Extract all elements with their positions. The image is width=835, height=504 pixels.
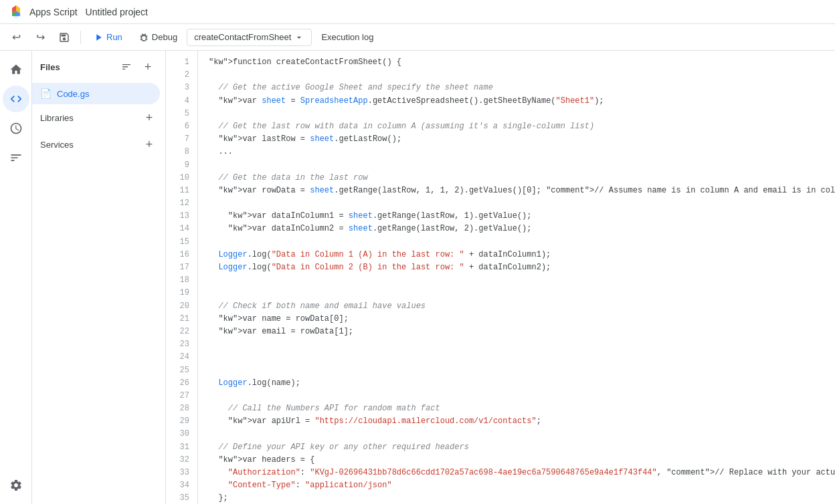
add-service-button[interactable]: + (141, 136, 157, 152)
code-line: "Authorization": "KVgJ-02696431bb78d6c66… (209, 467, 835, 479)
main-layout: Files + 📄 Code.gs Libraries + Services +… (0, 51, 835, 504)
line-number: 10 (166, 172, 197, 184)
run-icon (93, 32, 104, 43)
run-button[interactable]: Run (86, 29, 129, 45)
line-number: 14 (166, 223, 197, 235)
line-number: 27 (166, 390, 197, 402)
code-line: ... (209, 146, 835, 158)
redo-button[interactable]: ↪ (29, 27, 51, 48)
app-title: Apps Script (29, 7, 78, 17)
logo-icon (8, 4, 24, 20)
code-line: // Get the last row with data in column … (209, 120, 835, 133)
line-number: 25 (166, 364, 197, 377)
code-line: "kw">var apiUrl = "https://cloudapi.mail… (209, 415, 835, 428)
sort-files-button[interactable] (117, 57, 136, 76)
add-file-button[interactable]: + (138, 57, 157, 76)
home-icon-btn[interactable] (3, 56, 29, 83)
services-section[interactable]: Services + (32, 131, 165, 158)
line-numbers: 1234567891011121314151617181920212223242… (166, 51, 198, 504)
save-button[interactable] (54, 27, 75, 48)
line-number: 24 (166, 351, 197, 364)
sidebar-icons (0, 51, 32, 504)
function-selector[interactable]: createContactFromSheet (187, 29, 312, 46)
code-line (209, 364, 835, 377)
line-number: 31 (166, 441, 197, 454)
line-number: 28 (166, 402, 197, 415)
line-number: 18 (166, 274, 197, 287)
debug-icon (138, 32, 149, 43)
code-line: "kw">var lastRow = sheet.getLastRow(); (209, 133, 835, 146)
line-number: 6 (166, 120, 197, 133)
code-line (209, 428, 835, 440)
line-number: 3 (166, 82, 197, 94)
code-line: // Define your API key or any other requ… (209, 441, 835, 454)
save-icon (58, 31, 70, 43)
file-item-code-gs[interactable]: 📄 Code.gs (32, 83, 160, 104)
code-line: // Check if both name and email have val… (209, 300, 835, 313)
line-number: 23 (166, 338, 197, 351)
line-number: 30 (166, 428, 197, 440)
code-icon-btn[interactable] (3, 86, 29, 112)
line-number: 34 (166, 479, 197, 492)
code-lines: "kw">function createContactFromSheet() {… (198, 51, 835, 504)
line-number: 8 (166, 146, 197, 158)
execution-log-button[interactable]: Execution log (314, 29, 380, 45)
code-line (209, 159, 835, 172)
line-number: 20 (166, 300, 197, 313)
sort-icon (121, 61, 132, 72)
topbar: Apps Script Untitled project (0, 0, 835, 24)
code-line (209, 197, 835, 210)
code-line: "kw">var dataInColumn1 = sheet.getRange(… (209, 210, 835, 223)
add-library-button[interactable]: + (141, 110, 157, 126)
line-number: 32 (166, 454, 197, 467)
line-number: 19 (166, 287, 197, 299)
code-line: Logger.log("Data in Column 2 (B) in the … (209, 261, 835, 274)
line-number: 7 (166, 133, 197, 146)
code-line: Logger.log(name); (209, 377, 835, 390)
triggers-icon-btn[interactable] (3, 115, 29, 142)
settings-icon-btn[interactable] (3, 472, 29, 499)
code-line (209, 338, 835, 351)
files-section-header: Files + (32, 51, 165, 83)
code-line: Logger.log("Data in Column 1 (A) in the … (209, 249, 835, 261)
line-number: 21 (166, 313, 197, 326)
settings-icon (9, 479, 23, 492)
home-icon (9, 63, 23, 76)
libraries-section[interactable]: Libraries + (32, 104, 165, 131)
line-number: 4 (166, 95, 197, 108)
line-number: 35 (166, 492, 197, 504)
code-line: "kw">var headers = { (209, 454, 835, 467)
executions-icon-btn[interactable] (3, 144, 29, 171)
triggers-icon (9, 122, 23, 135)
code-line: "kw">var dataInColumn2 = sheet.getRange(… (209, 223, 835, 235)
file-icon: 📄 (40, 88, 52, 99)
code-editor[interactable]: 1234567891011121314151617181920212223242… (166, 51, 835, 504)
line-number: 1 (166, 56, 197, 69)
code-line (209, 390, 835, 402)
line-number: 16 (166, 249, 197, 261)
line-number: 5 (166, 108, 197, 120)
line-number: 17 (166, 261, 197, 274)
code-line (209, 351, 835, 364)
app-logo (8, 4, 24, 20)
code-line: // Get the data in the last row (209, 172, 835, 184)
line-number: 26 (166, 377, 197, 390)
code-container: 1234567891011121314151617181920212223242… (166, 51, 835, 504)
code-line (209, 274, 835, 287)
line-number: 15 (166, 236, 197, 249)
code-icon (9, 92, 23, 106)
executions-icon (9, 151, 23, 164)
undo-button[interactable]: ↩ (5, 27, 27, 48)
chevron-down-icon (294, 32, 304, 43)
debug-button[interactable]: Debug (132, 29, 184, 45)
line-number: 9 (166, 159, 197, 172)
code-line: "kw">var sheet = SpreadsheetApp.getActiv… (209, 95, 835, 108)
code-line: // Get the active Google Sheet and speci… (209, 82, 835, 94)
code-line (209, 108, 835, 120)
file-panel: Files + 📄 Code.gs Libraries + Services + (32, 51, 166, 504)
line-number: 2 (166, 69, 197, 82)
toolbar: ↩ ↪ Run Debug createContactFromSheet Exe… (0, 24, 835, 51)
code-line: "kw">var name = rowData[0]; (209, 313, 835, 326)
code-line: "Content-Type": "application/json" (209, 479, 835, 492)
code-line: "kw">var email = rowData[1]; (209, 326, 835, 338)
